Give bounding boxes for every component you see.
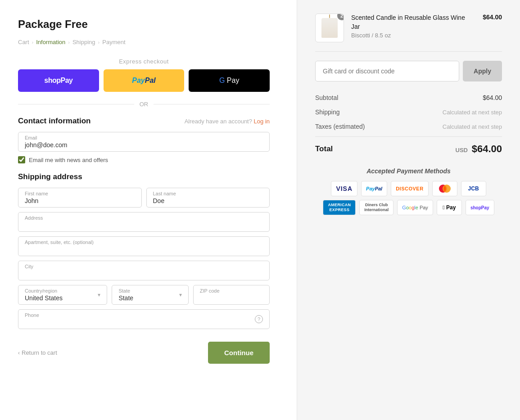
breadcrumb-shipping[interactable]: Shipping bbox=[72, 39, 95, 45]
subtotal-value: $64.00 bbox=[483, 94, 502, 101]
payment-methods-section: Accepted Payment Methods VISA PayPal DIS… bbox=[315, 167, 502, 215]
newsletter-row: Email me with news and offers bbox=[18, 156, 270, 163]
zip-field: ZIP code bbox=[193, 285, 270, 305]
state-select[interactable]: State bbox=[118, 294, 181, 302]
total-amount: USD $64.00 bbox=[456, 143, 502, 155]
first-name-input[interactable] bbox=[25, 196, 135, 204]
address-group: Address bbox=[18, 212, 270, 232]
express-checkout-section: Express checkout shopPay PayPal G Pay bbox=[18, 58, 270, 92]
city-label: City bbox=[25, 264, 33, 269]
phone-label: Phone bbox=[25, 312, 39, 318]
product-price: $64.00 bbox=[483, 14, 502, 21]
jcb-icon: JCB bbox=[461, 181, 486, 196]
breadcrumb-cart[interactable]: Cart bbox=[18, 39, 29, 45]
continue-button[interactable]: Continue bbox=[208, 342, 270, 364]
payment-icons-grid: VISA PayPal DISCOVER JCB AMERICANEXPRESS… bbox=[315, 181, 502, 215]
email-group: Email bbox=[18, 132, 270, 152]
contact-section-title: Contact information bbox=[18, 117, 91, 126]
shipping-section-title: Shipping address bbox=[18, 172, 270, 181]
last-name-input[interactable] bbox=[153, 196, 263, 204]
shoppay-button[interactable]: shopPay bbox=[18, 69, 99, 92]
last-name-field: Last name bbox=[146, 188, 270, 208]
gpay-button[interactable]: G Pay bbox=[189, 69, 270, 92]
login-link[interactable]: Log in bbox=[254, 118, 270, 125]
product-image: 2 bbox=[315, 14, 344, 42]
product-thumbnail bbox=[321, 18, 338, 38]
city-field: City bbox=[18, 261, 270, 280]
right-panel: 2 Scented Candle in Reusable Glass Wine … bbox=[297, 0, 520, 420]
phone-field: Phone ? bbox=[18, 309, 270, 329]
product-name: Scented Candle in Reusable Glass Wine Ja… bbox=[351, 14, 475, 31]
breadcrumb-information[interactable]: Information bbox=[36, 39, 65, 45]
city-input[interactable] bbox=[25, 269, 263, 277]
taxes-value: Calculated at next step bbox=[443, 123, 502, 130]
paypal-icon: PayPal bbox=[361, 181, 387, 196]
payment-methods-title: Accepted Payment Methods bbox=[315, 167, 502, 175]
apt-label: Apartment, suite, etc. (optional) bbox=[25, 239, 94, 245]
country-state-row: Country/region United States State State… bbox=[18, 285, 270, 305]
gift-card-row: Apply bbox=[315, 61, 502, 81]
left-panel: Package Free Cart › Information › Shippi… bbox=[0, 0, 297, 420]
gift-card-input[interactable] bbox=[315, 61, 459, 81]
form-footer: ‹ Return to cart Continue bbox=[18, 342, 270, 364]
zip-input[interactable] bbox=[200, 294, 263, 302]
return-to-cart-link[interactable]: ‹ Return to cart bbox=[18, 349, 57, 356]
total-row: Total USD $64.00 bbox=[315, 136, 502, 158]
express-label: Express checkout bbox=[18, 58, 270, 65]
subtotal-row: Subtotal $64.00 bbox=[315, 90, 502, 105]
breadcrumb-payment[interactable]: Payment bbox=[102, 39, 125, 45]
city-group: City bbox=[18, 261, 270, 280]
breadcrumb-sep-3: › bbox=[98, 40, 100, 45]
apply-button[interactable]: Apply bbox=[463, 61, 502, 81]
country-label: Country/region bbox=[25, 288, 57, 294]
address-field: Address bbox=[18, 212, 270, 232]
subtotal-label: Subtotal bbox=[315, 94, 338, 101]
apt-group: Apartment, suite, etc. (optional) bbox=[18, 236, 270, 256]
shipping-value: Calculated at next step bbox=[443, 109, 502, 116]
email-field-container: Email bbox=[18, 132, 270, 152]
gpay-icon: G Pay bbox=[219, 77, 239, 85]
country-field: Country/region United States bbox=[18, 285, 107, 305]
shoppay-small-icon: shopPay bbox=[466, 200, 494, 215]
product-quantity-badge: 2 bbox=[337, 14, 344, 20]
state-label: State bbox=[118, 288, 130, 294]
phone-help-icon[interactable]: ? bbox=[255, 315, 263, 323]
diners-icon: Diners ClubInternational bbox=[359, 200, 393, 215]
total-value: $64.00 bbox=[472, 143, 502, 154]
paypal-icon: PayPal bbox=[132, 77, 155, 85]
first-name-field: First name bbox=[18, 188, 142, 208]
product-variant: Biscotti / 8.5 oz bbox=[351, 32, 475, 39]
newsletter-label: Email me with news and offers bbox=[29, 157, 108, 163]
address-label: Address bbox=[25, 215, 43, 221]
zip-label: ZIP code bbox=[200, 288, 220, 294]
amex-icon: AMERICANEXPRESS bbox=[323, 200, 356, 215]
newsletter-checkbox[interactable] bbox=[18, 156, 25, 163]
product-row: 2 Scented Candle in Reusable Glass Wine … bbox=[315, 14, 502, 52]
last-name-label: Last name bbox=[153, 191, 176, 196]
first-name-label: First name bbox=[25, 191, 48, 196]
mastercard-icon bbox=[432, 181, 457, 196]
name-row: First name Last name bbox=[18, 188, 270, 208]
product-info: Scented Candle in Reusable Glass Wine Ja… bbox=[351, 14, 475, 39]
totals-section: Subtotal $64.00 Shipping Calculated at n… bbox=[315, 90, 502, 158]
apt-field: Apartment, suite, etc. (optional) bbox=[18, 236, 270, 256]
apt-input[interactable] bbox=[25, 245, 263, 253]
email-input[interactable] bbox=[25, 140, 263, 149]
breadcrumb-sep-2: › bbox=[68, 40, 70, 45]
taxes-label: Taxes (estimated) bbox=[315, 123, 365, 130]
phone-input[interactable] bbox=[25, 318, 263, 326]
country-select[interactable]: United States bbox=[25, 294, 100, 302]
total-label: Total bbox=[315, 145, 333, 154]
discover-icon: DISCOVER bbox=[391, 181, 428, 196]
visa-icon: VISA bbox=[331, 181, 357, 196]
state-field: State State bbox=[112, 285, 188, 305]
paypal-button[interactable]: PayPal bbox=[104, 69, 185, 92]
or-divider: OR bbox=[18, 101, 270, 108]
address-input[interactable] bbox=[25, 221, 263, 229]
shipping-row: Shipping Calculated at next step bbox=[315, 105, 502, 119]
applepay-icon:  Pay bbox=[437, 200, 462, 215]
login-link-text: Already have an account? Log in bbox=[185, 118, 270, 125]
gpay-icon: Google Pay bbox=[397, 200, 433, 215]
express-buttons: shopPay PayPal G Pay bbox=[18, 69, 270, 92]
taxes-row: Taxes (estimated) Calculated at next ste… bbox=[315, 119, 502, 134]
